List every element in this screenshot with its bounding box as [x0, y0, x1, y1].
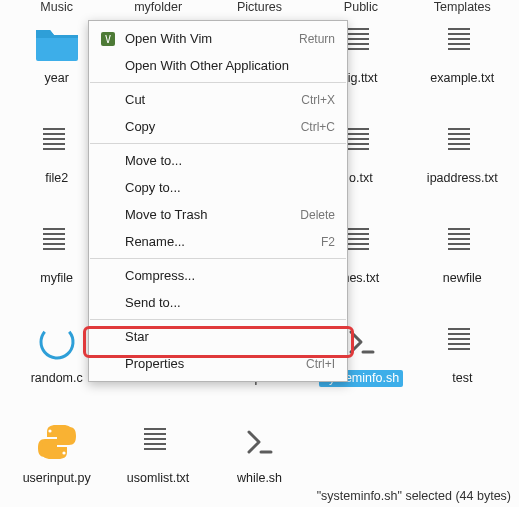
menu-item-accelerator: Ctrl+C	[301, 120, 335, 134]
top-folder-label[interactable]: Pictures	[209, 0, 310, 16]
python-icon	[33, 418, 81, 466]
menu-item-send-to[interactable]: Send to...	[89, 289, 347, 316]
top-folder-label[interactable]: Public	[310, 0, 411, 16]
svg-point-4	[62, 451, 65, 454]
menu-item-label: Rename...	[125, 234, 321, 249]
status-text: "systeminfo.sh" selected (44 bytes)	[317, 489, 511, 503]
menu-item-label: Properties	[125, 356, 306, 371]
vim-icon: V	[99, 30, 117, 48]
menu-separator	[90, 82, 346, 83]
text-icon	[33, 218, 81, 266]
csrc-icon	[33, 318, 81, 366]
blank-icon	[99, 355, 117, 373]
svg-point-3	[48, 429, 51, 432]
blank-icon	[99, 233, 117, 251]
blank-icon	[99, 91, 117, 109]
menu-item-label: Copy to...	[125, 180, 335, 195]
file-label: example.txt	[426, 70, 498, 87]
menu-item-copy[interactable]: CopyCtrl+C	[89, 113, 347, 140]
menu-item-rename[interactable]: Rename...F2	[89, 228, 347, 255]
menu-item-accelerator: Ctrl+X	[301, 93, 335, 107]
menu-item-label: Move to Trash	[125, 207, 300, 222]
file-label: myfile	[36, 270, 77, 287]
menu-separator	[90, 319, 346, 320]
file-item[interactable]: example.txt	[412, 16, 513, 108]
text-icon	[438, 118, 486, 166]
menu-item-accelerator: Delete	[300, 208, 335, 222]
top-folder-label[interactable]: Music	[6, 0, 107, 16]
text-icon	[438, 18, 486, 66]
menu-item-label: Open With Other Application	[125, 58, 335, 73]
menu-item-label: Copy	[125, 119, 301, 134]
menu-item-accelerator: F2	[321, 235, 335, 249]
top-folder-label[interactable]: myfolder	[107, 0, 208, 16]
menu-item-label: Cut	[125, 92, 301, 107]
menu-item-accelerator: Ctrl+I	[306, 357, 335, 371]
blank-icon	[99, 118, 117, 136]
context-menu: VOpen With VimReturnOpen With Other Appl…	[88, 20, 348, 382]
folder-icon	[33, 18, 81, 66]
menu-item-open-with-vim[interactable]: VOpen With VimReturn	[89, 25, 347, 52]
menu-separator	[90, 143, 346, 144]
blank-icon	[99, 328, 117, 346]
file-label: test	[448, 370, 476, 387]
menu-item-accelerator: Return	[299, 32, 335, 46]
file-label: o.txt	[345, 170, 377, 187]
blank-icon	[99, 267, 117, 285]
text-icon	[33, 118, 81, 166]
menu-item-open-with-other-application[interactable]: Open With Other Application	[89, 52, 347, 79]
status-bar: "systeminfo.sh" selected (44 bytes)	[0, 485, 519, 507]
menu-item-properties[interactable]: PropertiesCtrl+I	[89, 350, 347, 377]
svg-text:V: V	[105, 34, 111, 45]
file-label: newfile	[439, 270, 486, 287]
menu-item-move-to[interactable]: Move to...	[89, 147, 347, 174]
shell-icon	[235, 418, 283, 466]
menu-item-label: Send to...	[125, 295, 335, 310]
menu-item-label: Open With Vim	[125, 31, 299, 46]
blank-icon	[99, 57, 117, 75]
menu-item-label: Star	[125, 329, 335, 344]
file-label: file2	[41, 170, 72, 187]
menu-item-copy-to[interactable]: Copy to...	[89, 174, 347, 201]
blank-icon	[99, 294, 117, 312]
blank-icon	[99, 206, 117, 224]
file-label: ipaddress.txt	[423, 170, 502, 187]
file-label: year	[41, 70, 73, 87]
top-folder-label[interactable]: Templates	[412, 0, 513, 16]
file-item[interactable]: newfile	[412, 216, 513, 308]
file-item[interactable]: ipaddress.txt	[412, 116, 513, 208]
menu-item-star[interactable]: Star	[89, 323, 347, 350]
menu-item-label: Compress...	[125, 268, 335, 283]
file-item[interactable]: test	[412, 316, 513, 408]
menu-item-cut[interactable]: CutCtrl+X	[89, 86, 347, 113]
menu-item-move-to-trash[interactable]: Move to TrashDelete	[89, 201, 347, 228]
menu-separator	[90, 258, 346, 259]
svg-point-0	[36, 321, 78, 363]
menu-item-compress[interactable]: Compress...	[89, 262, 347, 289]
file-label: random.c	[27, 370, 87, 387]
text-icon	[438, 218, 486, 266]
menu-item-label: Move to...	[125, 153, 335, 168]
blank-icon	[99, 179, 117, 197]
text-icon	[134, 418, 182, 466]
blank-icon	[99, 152, 117, 170]
text-icon	[438, 318, 486, 366]
